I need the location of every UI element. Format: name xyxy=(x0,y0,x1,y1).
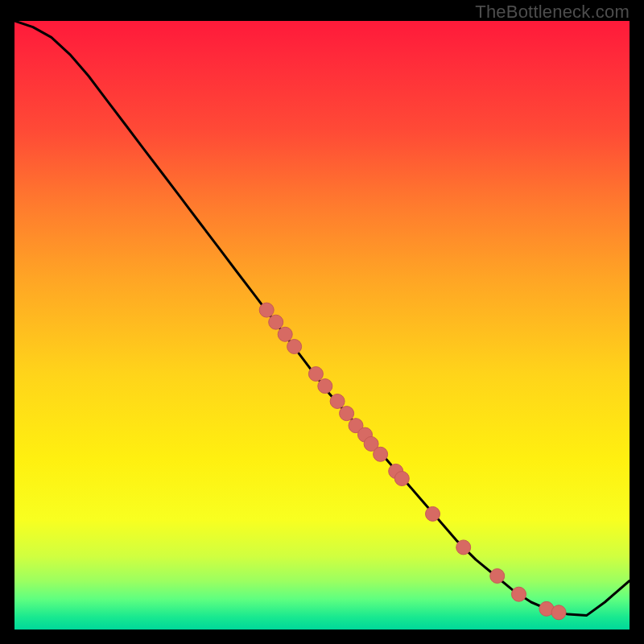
watermark-text: TheBottleneck.com xyxy=(475,2,630,23)
data-marker xyxy=(374,447,388,461)
chart-frame: TheBottleneck.com xyxy=(0,0,644,644)
curve-line xyxy=(14,21,630,616)
data-marker xyxy=(278,327,292,341)
data-marker xyxy=(330,394,345,409)
data-marker xyxy=(287,340,302,354)
chart-svg xyxy=(14,21,630,630)
data-marker xyxy=(551,605,566,620)
data-marker xyxy=(456,540,471,555)
data-marker xyxy=(426,506,440,521)
data-marker xyxy=(308,367,323,382)
data-marker xyxy=(490,569,505,584)
data-marker xyxy=(340,407,354,421)
plot-area xyxy=(14,21,630,630)
data-marker xyxy=(394,472,409,486)
data-marker xyxy=(512,587,526,601)
data-marker xyxy=(318,379,332,394)
data-marker xyxy=(269,315,283,329)
data-marker xyxy=(259,303,274,317)
